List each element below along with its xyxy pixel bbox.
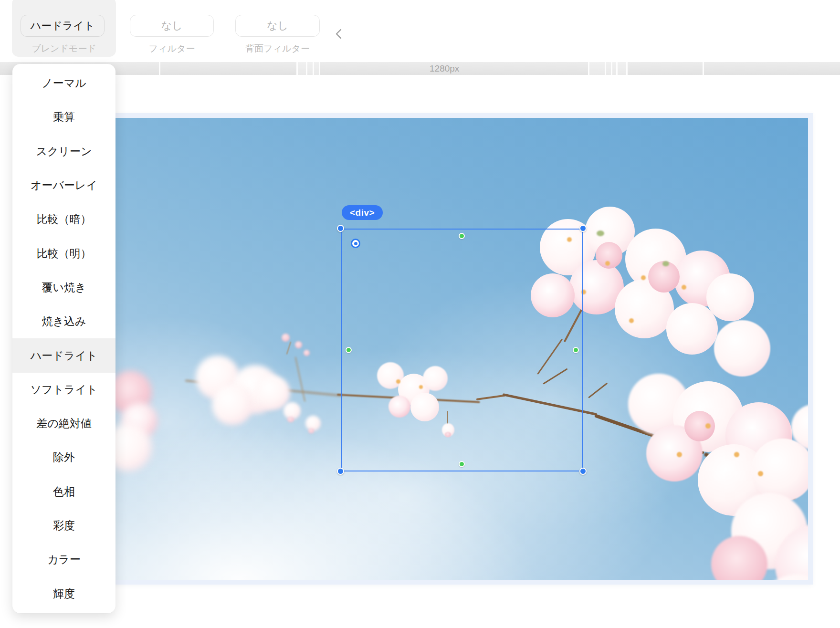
selection-handle-top-right[interactable]: [579, 225, 587, 232]
ruler-tick: [296, 62, 298, 75]
flower-center: [641, 275, 646, 280]
selection-handle-bottom-right[interactable]: [579, 468, 587, 475]
blossom-bud: [308, 428, 314, 433]
blossom-blob: [706, 273, 754, 321]
element-tag-badge[interactable]: <div>: [342, 205, 383, 220]
menu-item-hue[interactable]: 色相: [12, 475, 116, 509]
blossom-bud: [282, 334, 290, 342]
padding-handle-left[interactable]: [346, 347, 352, 353]
menu-item-exclusion[interactable]: 除外: [12, 440, 116, 474]
ruler-tick: [588, 62, 589, 75]
menu-item-lighten[interactable]: 比較（明）: [12, 236, 116, 270]
flower-center: [677, 452, 682, 457]
padding-handle-bottom[interactable]: [459, 461, 465, 467]
menu-item-difference[interactable]: 差の絶対値: [12, 407, 116, 440]
blend-mode-label: ブレンドモード: [12, 43, 116, 54]
menu-item-darken[interactable]: 比較（暗）: [12, 202, 116, 236]
selection-handle-top-left[interactable]: [337, 225, 344, 232]
ruler-tick: [605, 62, 606, 75]
menu-item-multiply[interactable]: 乗算: [12, 100, 116, 134]
selection-rectangle[interactable]: [341, 229, 583, 471]
menu-item-color-dodge[interactable]: 覆い焼き: [12, 271, 116, 304]
branch-thorn: [588, 383, 608, 398]
menu-item-color-burn[interactable]: 焼き込み: [12, 304, 116, 338]
blossom-bud: [295, 341, 302, 348]
menu-item-color[interactable]: カラー: [12, 543, 116, 576]
anchor-target-icon[interactable]: [351, 239, 360, 248]
padding-handle-top[interactable]: [459, 233, 465, 239]
chevron-left-icon[interactable]: [334, 27, 344, 41]
ruler-tick: [319, 62, 320, 75]
flower-stem: [286, 342, 292, 355]
backdrop-filter-select[interactable]: なし: [235, 15, 320, 37]
filter-label: フィルター: [130, 43, 214, 54]
blossom-blob: [256, 376, 290, 410]
ruler-tick: [159, 62, 160, 75]
ruler-tick: [703, 62, 704, 75]
blend-mode-menu: ノーマル 乗算 スクリーン オーバーレイ 比較（暗） 比較（明） 覆い焼き 焼き…: [12, 64, 116, 613]
editor-stage: <div> 1280px ハードライト ブレンドモード なし フィルター なし …: [0, 0, 840, 628]
padding-handle-right[interactable]: [573, 347, 579, 353]
ruler-segment: [589, 62, 626, 75]
flower-center: [734, 452, 739, 457]
menu-item-luminosity[interactable]: 輝度: [12, 576, 116, 610]
flower-center: [629, 318, 634, 323]
leaf-dot: [662, 261, 669, 266]
ruler-tick: [306, 62, 307, 75]
backdrop-filter-label: 背面フィルター: [235, 43, 320, 54]
selection-handle-bottom-left[interactable]: [337, 468, 344, 475]
blossom-bud: [304, 350, 310, 356]
ruler-tick: [616, 62, 618, 75]
flower-center: [758, 471, 763, 476]
menu-item-soft-light[interactable]: ソフトライト: [12, 373, 116, 407]
blossom-blob: [714, 320, 770, 377]
menu-item-normal[interactable]: ノーマル: [12, 66, 116, 100]
blossom-blob: [212, 384, 253, 425]
blend-mode-select[interactable]: ハードライト: [21, 15, 105, 37]
ruler-segment: [297, 62, 319, 75]
ruler-width-label: 1280px: [430, 62, 459, 75]
ruler-tick: [626, 62, 628, 75]
filter-select[interactable]: なし: [130, 15, 214, 37]
canvas-ruler: 1280px: [0, 62, 840, 75]
menu-item-screen[interactable]: スクリーン: [12, 135, 116, 168]
leaf-dot: [597, 230, 604, 236]
blossom-bud: [287, 417, 294, 422]
menu-item-hard-light[interactable]: ハードライト: [12, 338, 116, 372]
flower-center: [705, 423, 711, 429]
menu-item-overlay[interactable]: オーバーレイ: [12, 168, 116, 202]
ruler-tick: [611, 62, 612, 75]
flower-center: [682, 285, 686, 290]
ruler-tick: [313, 62, 314, 75]
flower-stem: [295, 357, 305, 402]
menu-item-saturation[interactable]: 彩度: [12, 509, 116, 543]
flower-center: [605, 261, 610, 266]
